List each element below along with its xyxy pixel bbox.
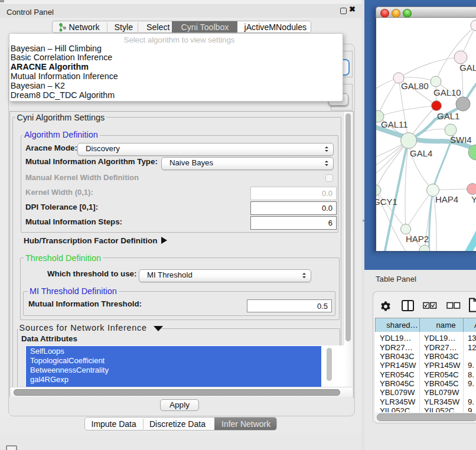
svg-text:SWI4: SWI4 <box>450 135 472 145</box>
svg-text:GAL1: GAL1 <box>437 111 459 121</box>
svg-text:Y: Y <box>471 194 476 204</box>
svg-text:HAP2: HAP2 <box>406 234 429 244</box>
svg-text:GAL2: GAL2 <box>459 63 476 73</box>
svg-text:GCY1: GCY1 <box>376 197 397 207</box>
svg-text:HAP4: HAP4 <box>435 194 458 204</box>
svg-text:GAL11: GAL11 <box>381 119 408 129</box>
svg-text:GAL4: GAL4 <box>410 148 432 158</box>
svg-text:GAL10: GAL10 <box>433 87 461 97</box>
svg-text:GAL80: GAL80 <box>401 81 429 91</box>
